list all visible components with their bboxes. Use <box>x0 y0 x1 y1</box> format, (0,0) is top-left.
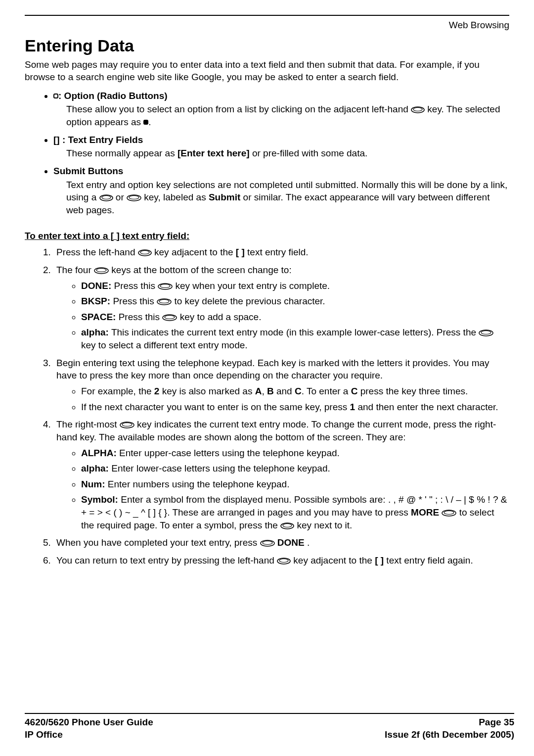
s2-b: keys at the bottom of the screen change … <box>111 265 291 275</box>
s4-alpha-upper: ALPHA: Enter upper-case letters using th… <box>81 447 509 460</box>
step-2-sublist: DONE: Press this key when your text entr… <box>56 280 509 352</box>
s3a4: and <box>274 386 295 396</box>
page-title: Entering Data <box>25 35 509 57</box>
s6-a: You can return to text entry by pressing… <box>56 555 277 566</box>
header-right: Web Browsing <box>25 15 509 32</box>
radio-open-icon <box>53 94 58 98</box>
footer-left-1: 4620/5620 Phone User Guide <box>25 716 153 729</box>
s3a5: . To enter a <box>302 386 351 396</box>
alpha-label: alpha: <box>81 327 109 337</box>
s3a2: key is also marked as <box>159 386 255 396</box>
bksp-a: Press this <box>110 296 157 306</box>
step-2: The four keys at the bottom of the scree… <box>53 264 509 352</box>
s6-c: text entry field again. <box>384 555 473 566</box>
footer-right-2: Issue 2f (6th December 2005) <box>385 728 514 741</box>
text-entry-bold: [Enter text here] <box>178 148 250 158</box>
s3a-B: B <box>267 386 274 396</box>
s2-space: SPACE: Press this key to add a space. <box>81 311 509 324</box>
s2-done: DONE: Press this key when your text entr… <box>81 280 509 292</box>
alpha-l-a: Enter lower-case letters using the telep… <box>109 463 330 473</box>
key-icon <box>260 540 275 547</box>
option-body-3: . <box>148 117 151 127</box>
key-icon <box>94 267 109 274</box>
done-label: DONE: <box>81 281 111 291</box>
s4-alpha-lower: alpha: Enter lower-case letters using th… <box>81 462 509 475</box>
s3a6: press the key three times. <box>357 386 468 396</box>
s6-bold: [ ] <box>375 555 384 566</box>
s1-a: Press the left-hand <box>56 247 138 257</box>
alpha-u-a: Enter upper-case letters using the telep… <box>117 448 340 458</box>
s2-alpha: alpha: This indicates the current text e… <box>81 326 509 351</box>
sym-more: MORE <box>411 507 439 518</box>
num-label: Num: <box>81 479 105 489</box>
key-icon <box>442 510 456 517</box>
s1-b: key adjacent to the <box>154 247 236 257</box>
text-entry-head: [] : Text Entry Fields <box>53 135 143 145</box>
sym-c: key next to it. <box>297 520 352 530</box>
s3a-C: C <box>295 386 302 396</box>
s4-symbol: Symbol: Enter a symbol from the displaye… <box>81 493 509 531</box>
key-icon <box>162 314 177 321</box>
s3a-A: A <box>255 386 262 396</box>
footer: 4620/5620 Phone User Guide IP Office Pag… <box>25 713 514 741</box>
key-icon <box>157 298 172 305</box>
steps-list: Press the left-hand key adjacent to the … <box>25 246 509 567</box>
s4-a: The right-most <box>56 419 120 429</box>
done-b: key when your text entry is complete. <box>176 281 330 291</box>
option-body-1: These allow you to select an option from… <box>66 104 411 114</box>
text-entry-body-2: or pre-filled with some data. <box>250 148 368 158</box>
s3-example: For example, the 2 key is also marked as… <box>81 385 509 398</box>
bullet-submit: Submit Buttons Text entry and option key… <box>53 165 509 217</box>
submit-body-3: key, labeled as <box>144 192 209 202</box>
s3a-C2: C <box>351 386 358 396</box>
footer-left-2: IP Office <box>25 728 153 741</box>
key-icon <box>158 283 173 290</box>
section-heading: To enter text into a [ ] text entry fiel… <box>25 230 509 242</box>
s6-b: key adjacent to the <box>293 555 375 566</box>
alpha-u-label: ALPHA: <box>81 448 117 458</box>
space-a: Press this <box>116 312 162 322</box>
key-icon <box>138 249 152 256</box>
step-5: When you have completed your text entry,… <box>53 536 509 549</box>
step-4-sublist: ALPHA: Enter upper-case letters using th… <box>56 447 509 532</box>
submit-head: Submit Buttons <box>53 166 123 176</box>
radio-filled-icon <box>143 120 148 125</box>
alpha-l-label: alpha: <box>81 463 109 473</box>
key-icon <box>127 194 141 201</box>
submit-body-2: or <box>116 192 127 202</box>
intro-paragraph: Some web pages may require you to enter … <box>25 58 509 84</box>
alpha-b: key to select a different text entry mod… <box>81 340 248 350</box>
step-3-sublist: For example, the 2 key is also marked as… <box>56 385 509 413</box>
s3a3: , <box>262 386 267 396</box>
s3-text: Begin entering text using the telephone … <box>56 358 490 381</box>
alpha-a: This indicates the current text entry mo… <box>109 327 479 337</box>
intro-bullet-list: : Option (Radio Buttons) These allow you… <box>25 90 509 217</box>
bullet-text-entry: [] : Text Entry Fields These normally ap… <box>53 134 509 160</box>
key-icon <box>120 422 134 428</box>
s1-bold: [ ] <box>236 247 245 257</box>
step-6: You can return to text entry by pressing… <box>53 554 509 567</box>
key-icon <box>479 330 493 336</box>
key-icon <box>277 558 291 565</box>
s3a1: For example, the <box>81 386 154 396</box>
text-entry-body-1: These normally appear as <box>66 148 178 158</box>
step-3: Begin entering text using the telephone … <box>53 357 509 414</box>
bksp-label: BKSP: <box>81 296 110 306</box>
bullet-option: : Option (Radio Buttons) These allow you… <box>53 90 509 129</box>
space-b: key to add a space. <box>180 312 262 322</box>
bksp-b: to key delete the previous character. <box>174 296 325 306</box>
step-4: The right-most key indicates the current… <box>53 418 509 531</box>
step-1: Press the left-hand key adjacent to the … <box>53 246 509 259</box>
s5-a: When you have completed your text entry,… <box>56 537 260 548</box>
key-icon <box>280 522 294 529</box>
s3b2: and then enter the next character. <box>355 402 498 412</box>
s3-next-char: If the next character you want to enter … <box>81 401 509 414</box>
key-icon <box>99 194 113 201</box>
s3a-2: 2 <box>154 386 160 396</box>
space-label: SPACE: <box>81 312 116 322</box>
submit-bold: Submit <box>209 192 240 202</box>
s5-c: . <box>305 537 310 548</box>
s1-c: text entry field. <box>245 247 309 257</box>
s3b1: If the next character you want to enter … <box>81 402 350 412</box>
s3b-1: 1 <box>350 402 356 412</box>
